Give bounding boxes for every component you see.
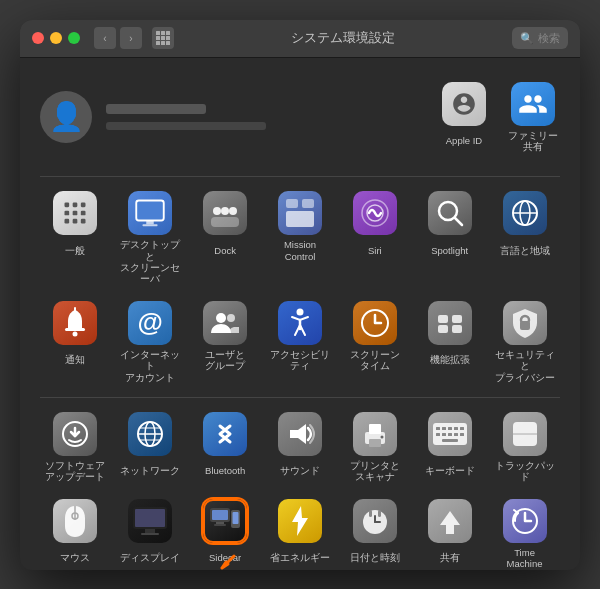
extensions-icon (428, 301, 472, 345)
svg-marker-46 (290, 424, 306, 444)
siri-item[interactable]: Siri (339, 185, 410, 291)
general-item[interactable]: 一般 (40, 185, 111, 291)
mission-label: MissionControl (284, 239, 316, 262)
search-icon: 🔍 (520, 32, 534, 45)
svg-rect-61 (460, 433, 464, 436)
mouse-item[interactable]: マウス (40, 493, 111, 570)
svg-rect-0 (65, 203, 70, 208)
timemachine-icon (503, 499, 547, 543)
divider-1 (40, 176, 560, 177)
spotlight-item[interactable]: Spotlight (414, 185, 485, 291)
language-label: 言語と地域 (500, 239, 550, 261)
desktop-item[interactable]: デスクトップとスクリーンセーバ (115, 185, 186, 291)
network-label: ネットワーク (120, 460, 180, 482)
language-icon (503, 191, 547, 235)
grid-view-button[interactable] (152, 27, 174, 49)
svg-rect-58 (442, 433, 446, 436)
notifications-item[interactable]: 通知 (40, 295, 111, 389)
family-sharing-item[interactable]: ファミリー共有 (506, 76, 560, 159)
svg-rect-49 (369, 439, 381, 447)
sidecar-item[interactable]: Sidecar (190, 493, 261, 570)
extensions-label: 機能拡張 (430, 349, 470, 371)
apple-id-item[interactable]: Apple ID (440, 76, 488, 159)
software-label: ソフトウェアアップデート (45, 460, 105, 483)
icon-grid-row4: マウス ディスプレイ Sidecar (40, 493, 560, 570)
siri-icon (353, 191, 397, 235)
content-area: 👤 Apple ID ファミリー共有 (20, 58, 580, 570)
users-item[interactable]: ユーザとグループ (190, 295, 261, 389)
security-label: セキュリティとプライバシー (491, 349, 558, 383)
nav-buttons: ‹ › (94, 27, 142, 49)
svg-point-28 (73, 331, 78, 336)
network-item[interactable]: ネットワーク (115, 406, 186, 489)
bluetooth-item[interactable]: Bluetooth (190, 406, 261, 489)
minimize-button[interactable] (50, 32, 62, 44)
svg-rect-35 (452, 315, 462, 323)
family-icon (511, 82, 555, 126)
svg-rect-37 (452, 325, 462, 333)
svg-rect-8 (81, 219, 86, 224)
security-item[interactable]: セキュリティとプライバシー (489, 295, 560, 389)
software-item[interactable]: ソフトウェアアップデート (40, 406, 111, 489)
avatar-icon: 👤 (49, 100, 84, 133)
language-item[interactable]: 言語と地域 (489, 185, 560, 291)
svg-point-30 (216, 313, 226, 323)
maximize-button[interactable] (68, 32, 80, 44)
trackpad-icon (503, 412, 547, 456)
svg-rect-53 (442, 427, 446, 430)
display-label: ディスプレイ (120, 547, 180, 569)
energy-item[interactable]: 省エネルギー (265, 493, 336, 570)
internet-label: インターネットアカウント (117, 349, 184, 383)
datetime-item[interactable]: 日付と時刻 (339, 493, 410, 570)
sharing-label: 共有 (440, 547, 460, 569)
titlebar: ‹ › システム環境設定 🔍 検索 (20, 20, 580, 58)
access-label: アクセシビリティ (267, 349, 334, 372)
svg-rect-57 (436, 433, 440, 436)
screentime-item[interactable]: スクリーンタイム (339, 295, 410, 389)
dock-label: Dock (214, 239, 236, 261)
svg-rect-75 (216, 522, 224, 524)
notifications-label: 通知 (65, 349, 85, 371)
internet-item[interactable]: @ インターネットアカウント (115, 295, 186, 389)
svg-rect-54 (448, 427, 452, 430)
window-title: システム環境設定 (182, 29, 504, 47)
display-icon (128, 499, 172, 543)
spotlight-icon (428, 191, 472, 235)
spotlight-label: Spotlight (431, 239, 468, 261)
software-icon (53, 412, 97, 456)
sound-label: サウンド (280, 460, 320, 482)
printer-item[interactable]: プリンタとスキャナ (339, 406, 410, 489)
trackpad-item[interactable]: トラックパッド (489, 406, 560, 489)
svg-line-23 (455, 218, 462, 225)
svg-rect-78 (369, 510, 372, 517)
dock-item[interactable]: Dock (190, 185, 261, 291)
forward-button[interactable]: › (120, 27, 142, 49)
svg-rect-70 (141, 533, 159, 535)
svg-rect-27 (65, 328, 85, 331)
sharing-item[interactable]: 共有 (414, 493, 485, 570)
sound-item[interactable]: サウンド (265, 406, 336, 489)
profile-sub (106, 122, 266, 130)
svg-rect-17 (286, 199, 298, 208)
extensions-item[interactable]: 機能拡張 (414, 295, 485, 389)
sharing-icon (428, 499, 472, 543)
traffic-lights (32, 32, 80, 44)
keyboard-item[interactable]: キーボード (414, 406, 485, 489)
timemachine-label: TimeMachine (507, 547, 543, 570)
search-box[interactable]: 🔍 検索 (512, 27, 568, 49)
back-button[interactable]: ‹ (94, 27, 116, 49)
svg-rect-1 (73, 203, 78, 208)
svg-rect-74 (233, 512, 239, 524)
svg-rect-79 (378, 510, 381, 517)
search-placeholder: 検索 (538, 31, 560, 46)
timemachine-item[interactable]: TimeMachine (489, 493, 560, 570)
close-button[interactable] (32, 32, 44, 44)
access-item[interactable]: アクセシビリティ (265, 295, 336, 389)
display-item[interactable]: ディスプレイ (115, 493, 186, 570)
grid-icon (156, 31, 170, 45)
system-preferences-window: ‹ › システム環境設定 🔍 検索 👤 (20, 20, 580, 570)
keyboard-label: キーボード (425, 460, 475, 482)
mission-item[interactable]: MissionControl (265, 185, 336, 291)
svg-rect-6 (65, 219, 70, 224)
screentime-icon (353, 301, 397, 345)
